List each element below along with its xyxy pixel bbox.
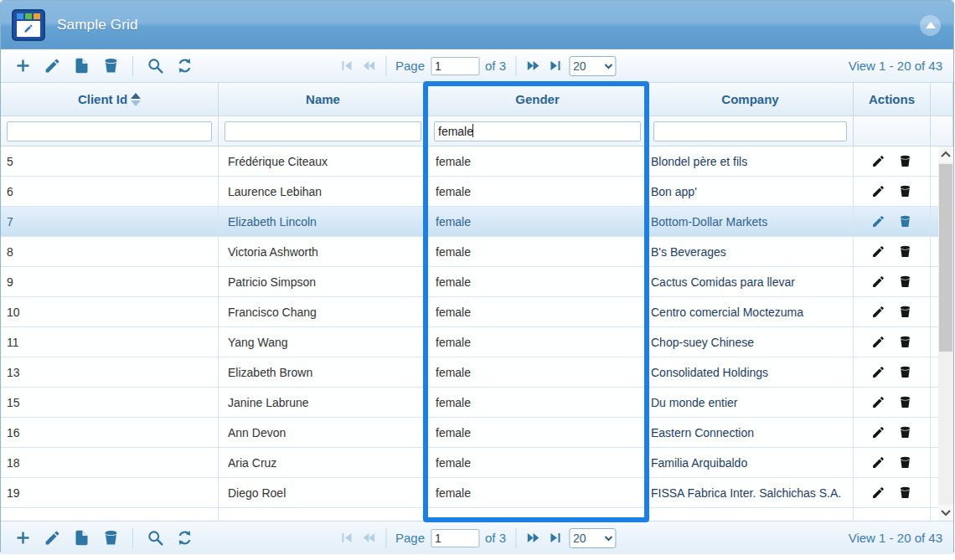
column-header-company[interactable]: Company bbox=[648, 83, 854, 116]
refresh-icon[interactable] bbox=[175, 57, 194, 75]
page-title: Sample Grid bbox=[57, 17, 138, 33]
cell-name: Frédérique Citeaux bbox=[219, 146, 428, 177]
edit-row-icon[interactable] bbox=[871, 455, 885, 470]
cell-client-id: 5 bbox=[1, 146, 219, 177]
filter-cell-actions bbox=[854, 116, 931, 146]
delete-row-icon[interactable] bbox=[898, 305, 912, 319]
edit-row-icon[interactable] bbox=[871, 486, 885, 500]
delete-row-icon[interactable] bbox=[898, 486, 912, 500]
cell-name: Patricio Simpson bbox=[219, 267, 428, 297]
delete-row-icon[interactable] bbox=[898, 244, 912, 259]
next-page-icon[interactable] bbox=[525, 530, 541, 546]
edit-row-icon[interactable] bbox=[871, 154, 885, 168]
delete-row-icon[interactable] bbox=[898, 184, 912, 198]
cell-actions bbox=[854, 357, 931, 388]
edit-icon[interactable] bbox=[43, 529, 61, 547]
delete-row-icon[interactable] bbox=[898, 455, 912, 470]
page-size-select[interactable]: 20 bbox=[569, 528, 616, 548]
page-size-select[interactable]: 20 bbox=[569, 56, 616, 76]
delete-row-icon[interactable] bbox=[898, 365, 912, 379]
page-input[interactable] bbox=[431, 57, 479, 75]
cell-name: Janine Labrune bbox=[219, 388, 428, 418]
cell-gender: female bbox=[428, 388, 648, 418]
cell-client-id: 15 bbox=[1, 388, 219, 418]
edit-row-icon[interactable] bbox=[871, 365, 885, 379]
add-icon[interactable] bbox=[13, 529, 32, 547]
filter-spacer bbox=[931, 116, 953, 146]
scrollbar-thumb[interactable] bbox=[939, 164, 952, 352]
scroll-up-icon[interactable] bbox=[938, 146, 953, 162]
edit-row-icon[interactable] bbox=[871, 395, 885, 409]
last-page-icon[interactable] bbox=[547, 58, 563, 74]
table-row[interactable]: 19 Diego Roel female FISSA Fabrica Inter… bbox=[1, 478, 953, 508]
next-page-icon[interactable] bbox=[525, 58, 541, 74]
cell-gender: female bbox=[428, 237, 648, 267]
filter-cell-name bbox=[219, 116, 428, 146]
column-header-gender[interactable]: Gender bbox=[428, 83, 648, 116]
table-row[interactable]: 9 Patricio Simpson female Cactus Comidas… bbox=[1, 267, 953, 297]
name-filter-input[interactable] bbox=[225, 121, 421, 141]
last-page-icon[interactable] bbox=[547, 530, 563, 546]
sort-icon[interactable] bbox=[131, 93, 141, 106]
view-icon[interactable] bbox=[72, 529, 90, 547]
delete-icon[interactable] bbox=[101, 529, 120, 547]
table-row[interactable]: 10 Francisco Chang female Centro comerci… bbox=[1, 297, 953, 327]
table-row[interactable]: 13 Elizabeth Brown female Consolidated H… bbox=[1, 357, 953, 388]
cell-client-id: 9 bbox=[1, 267, 219, 297]
column-header-name[interactable]: Name bbox=[219, 83, 428, 116]
table-row[interactable]: 6 Laurence Lebihan female Bon app' bbox=[1, 177, 953, 207]
delete-icon[interactable] bbox=[101, 57, 120, 75]
vertical-scrollbar[interactable] bbox=[938, 146, 953, 521]
pager-separator bbox=[515, 56, 516, 76]
delete-row-icon[interactable] bbox=[898, 425, 912, 439]
column-header-client-id[interactable]: Client Id bbox=[1, 83, 219, 116]
edit-row-icon[interactable] bbox=[871, 425, 885, 439]
prev-page-icon[interactable] bbox=[360, 58, 376, 74]
cell-company: B's Beverages bbox=[648, 237, 854, 267]
page-input[interactable] bbox=[431, 529, 479, 547]
cell-company: Du monde entier bbox=[648, 388, 854, 418]
edit-row-icon[interactable] bbox=[871, 275, 885, 289]
add-icon[interactable] bbox=[13, 57, 32, 75]
cell-name: Yang Wang bbox=[219, 327, 428, 357]
edit-row-icon[interactable] bbox=[871, 244, 885, 259]
grid-pencil-logo-icon bbox=[12, 9, 45, 41]
delete-row-icon[interactable] bbox=[898, 395, 912, 409]
delete-row-icon[interactable] bbox=[898, 275, 912, 289]
cell-gender: female bbox=[428, 267, 648, 297]
scroll-down-icon[interactable] bbox=[938, 505, 953, 521]
cell-actions bbox=[854, 267, 931, 297]
first-page-icon[interactable] bbox=[338, 530, 354, 546]
client-id-filter-input[interactable] bbox=[7, 121, 212, 141]
pager: Page of 3 20 bbox=[338, 56, 616, 76]
table-row[interactable]: 16 Ann Devon female Eastern Connection bbox=[1, 418, 953, 448]
cell-name: Laurence Lebihan bbox=[219, 177, 428, 207]
delete-row-icon[interactable] bbox=[898, 335, 912, 349]
edit-icon[interactable] bbox=[43, 57, 61, 75]
table-row[interactable]: 11 Yang Wang female Chop-suey Chinese bbox=[1, 327, 953, 357]
first-page-icon[interactable] bbox=[338, 58, 354, 74]
refresh-icon[interactable] bbox=[175, 529, 194, 547]
edit-row-icon[interactable] bbox=[871, 305, 885, 319]
table-row[interactable]: 15 Janine Labrune female Du monde entier bbox=[1, 388, 953, 418]
table-row[interactable]: 7 Elizabeth Lincoln female Bottom-Dollar… bbox=[1, 207, 953, 237]
delete-row-icon[interactable] bbox=[898, 214, 912, 229]
edit-row-icon[interactable] bbox=[871, 335, 885, 349]
search-icon[interactable] bbox=[146, 57, 164, 75]
gender-filter-input[interactable] bbox=[434, 121, 641, 141]
collapse-up-icon[interactable] bbox=[920, 15, 941, 36]
cell-client-id: 11 bbox=[1, 327, 219, 357]
company-filter-input[interactable] bbox=[653, 121, 847, 141]
toolbar-button-group bbox=[1, 528, 194, 548]
edit-row-icon[interactable] bbox=[871, 184, 885, 198]
edit-row-icon[interactable] bbox=[871, 214, 885, 229]
table-row[interactable]: 18 Aria Cruz female Familia Arquibaldo bbox=[1, 448, 953, 478]
view-icon[interactable] bbox=[72, 57, 90, 75]
search-icon[interactable] bbox=[146, 529, 164, 547]
table-row[interactable]: 5 Frédérique Citeaux female Blondel père… bbox=[1, 146, 953, 177]
prev-page-icon[interactable] bbox=[360, 530, 376, 546]
cell-client-id: 13 bbox=[1, 357, 219, 388]
pager-separator bbox=[385, 56, 386, 76]
table-row[interactable]: 8 Victoria Ashworth female B's Beverages bbox=[1, 237, 953, 267]
delete-row-icon[interactable] bbox=[898, 154, 912, 168]
